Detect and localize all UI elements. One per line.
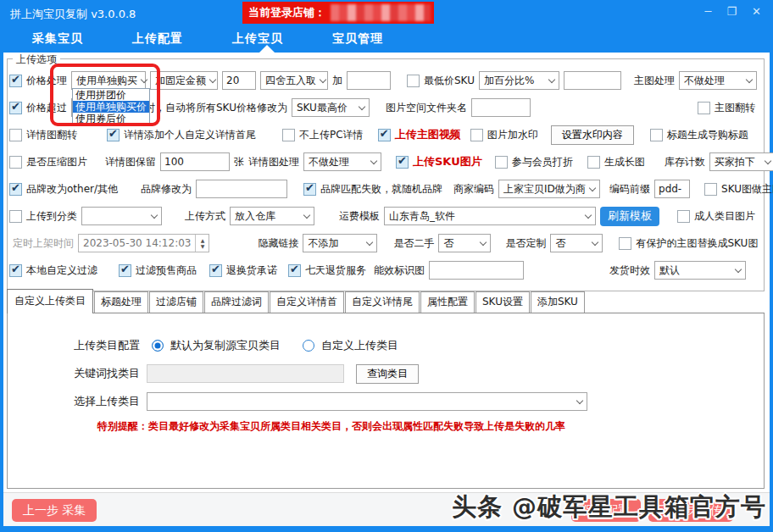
upload-category-checkbox[interactable] xyxy=(9,210,22,223)
subtab-filter-shop[interactable]: 过滤店铺 xyxy=(149,291,203,313)
subtab-custom-category[interactable]: 自定义上传类目 xyxy=(7,289,93,313)
main-pic-select[interactable]: 不做处理 xyxy=(679,71,757,90)
prev-step-button[interactable]: 上一步 采集 xyxy=(12,499,97,522)
protected-main-checkbox[interactable] xyxy=(619,237,631,250)
round-mode-select[interactable]: 四舍五入取 xyxy=(260,71,328,90)
stock-count-select[interactable]: 买家拍下 xyxy=(709,152,773,171)
delivery-select[interactable]: 默认 xyxy=(654,261,746,280)
detail-flip-checkbox[interactable] xyxy=(9,129,22,141)
refresh-template-button[interactable]: 刷新模板 xyxy=(600,207,659,226)
nav-tab-item-manage[interactable]: 宝贝管理 xyxy=(332,31,383,47)
minimize-icon[interactable]: ─ xyxy=(705,5,712,19)
freight-label: 运费模板 xyxy=(339,209,380,224)
select-category-select[interactable] xyxy=(147,392,587,411)
footer-bar: 上一步 采集 保存配置 下一步 上传 头条 @破军星工具箱官方号 xyxy=(3,492,770,526)
brand-other-label: 品牌改为other/其他 xyxy=(26,182,118,197)
chevron-down-icon xyxy=(303,211,310,218)
brand-fail-label: 品牌匹配失败，就随机品牌 xyxy=(320,182,442,197)
sku-as-main-label: SKU图做主图 xyxy=(721,182,773,197)
upload-category-select[interactable] xyxy=(81,207,162,225)
brand-modify-input[interactable] xyxy=(196,180,287,198)
local-filter-checkbox[interactable] xyxy=(9,264,22,277)
active-tab-pointer-icon xyxy=(259,45,275,53)
subtab-add-sku[interactable]: 添加SKU xyxy=(531,291,585,313)
merchant-code-label: 商家编码 xyxy=(453,182,494,197)
watermark-pic-checkbox[interactable] xyxy=(470,129,483,141)
compress-label: 是否压缩图片 xyxy=(26,155,87,169)
code-prefix-input[interactable] xyxy=(654,180,690,198)
subtab-title-process[interactable]: 标题处理 xyxy=(94,291,148,313)
detail-process-select[interactable]: 不做处理 xyxy=(303,152,381,171)
energy-input[interactable] xyxy=(429,261,524,280)
fixed-amount-input[interactable] xyxy=(222,71,256,90)
detail-custom-checkbox[interactable] xyxy=(107,129,120,141)
seven-day-label: 七天退货服务 xyxy=(305,263,366,278)
chevron-down-icon xyxy=(576,396,583,403)
compress-row: 是否压缩图片 详情图保留 张 详情图处理 不做处理 上传SKU图片 参与会员打折… xyxy=(9,152,762,172)
second-hand-select[interactable]: 否 xyxy=(438,234,491,252)
chevron-down-icon xyxy=(585,211,592,218)
subtab-detail-tail[interactable]: 自定义详情尾 xyxy=(345,291,420,313)
sku-as-main-checkbox[interactable] xyxy=(704,183,717,196)
folder-input[interactable] xyxy=(471,98,531,117)
member-discount-checkbox[interactable] xyxy=(495,156,508,169)
subtab-detail-head[interactable]: 自定义详情首 xyxy=(270,291,344,313)
radio-default-category[interactable] xyxy=(152,340,164,352)
maximize-icon[interactable]: ❐ xyxy=(726,5,737,19)
close-icon[interactable]: ✕ xyxy=(752,5,761,19)
subtab-brand-filter[interactable]: 品牌过滤词 xyxy=(204,291,269,313)
keyword-input[interactable] xyxy=(147,364,344,383)
set-watermark-button[interactable]: 设置水印内容 xyxy=(551,125,634,145)
dropdown-option-group-price[interactable]: 使用拼团价 xyxy=(73,89,149,101)
upload-way-select[interactable]: 放入仓库 xyxy=(230,207,314,225)
subtab-sku-config[interactable]: SKU设置 xyxy=(475,291,530,313)
chevron-down-icon xyxy=(151,211,158,218)
lowest-sku-checkbox[interactable] xyxy=(407,75,420,87)
group-title: 上传选项 xyxy=(13,53,60,67)
adult-category-checkbox[interactable] xyxy=(677,210,690,223)
plus-amount-input[interactable] xyxy=(347,71,391,90)
price-process-checkbox[interactable] xyxy=(9,75,22,87)
percent-value-input[interactable] xyxy=(564,71,621,90)
chevron-down-icon xyxy=(480,238,487,245)
nav-tab-upload-item[interactable]: 上传宝贝 xyxy=(232,31,283,47)
freight-select[interactable]: 山东青岛_软件 xyxy=(384,207,596,225)
flip-main-checkbox[interactable] xyxy=(698,102,710,114)
upload-video-checkbox[interactable] xyxy=(378,129,391,141)
detail-keep-input[interactable] xyxy=(160,152,230,171)
plus-label: 加 xyxy=(332,74,342,88)
no-pc-detail-checkbox[interactable] xyxy=(282,129,295,141)
seven-day-checkbox[interactable] xyxy=(288,264,301,277)
select-category-label: 选择上传类目 xyxy=(74,394,140,409)
nav-tab-upload-config[interactable]: 上传配置 xyxy=(132,31,183,47)
brand-fail-checkbox[interactable] xyxy=(303,183,316,196)
query-category-button[interactable]: 查询类目 xyxy=(356,364,419,384)
nav-tab-collect[interactable]: 采集宝贝 xyxy=(32,31,83,47)
compress-checkbox[interactable] xyxy=(9,156,22,169)
upload-sku-pic-checkbox[interactable] xyxy=(396,156,409,169)
percent-mode-select[interactable]: 加百分比% xyxy=(479,71,559,90)
price-over-checkbox[interactable] xyxy=(9,102,22,114)
spinner-icon[interactable]: ▲▼ xyxy=(195,235,209,252)
subtab-attr-config[interactable]: 属性配置 xyxy=(420,291,475,313)
title-guide-checkbox[interactable] xyxy=(650,129,663,141)
price-mode-select[interactable]: 使用单独购买 xyxy=(71,71,146,90)
sku-price-select[interactable]: SKU最高价 xyxy=(292,98,370,117)
radio-custom-category[interactable] xyxy=(303,340,314,352)
watermark-pic-label: 图片加水印 xyxy=(487,128,538,142)
chevron-down-icon xyxy=(765,157,771,163)
energy-label: 能效标识图 xyxy=(374,263,425,278)
customized-select[interactable]: 否 xyxy=(550,234,603,252)
merchant-code-select[interactable]: 上家宝贝ID做为商 xyxy=(498,180,600,198)
amount-mode-select[interactable]: 加固定金额 xyxy=(150,71,218,90)
presale-filter-checkbox[interactable] xyxy=(119,264,131,277)
dropdown-option-single-price[interactable]: 使用单独购买价 xyxy=(73,101,149,113)
brand-other-checkbox[interactable] xyxy=(9,183,22,196)
dropdown-option-coupon-price[interactable]: 使用券后价 xyxy=(73,113,149,125)
schedule-datetime-input[interactable]: 2023-05-30 14:12:03 ▲▼ xyxy=(78,234,209,252)
return-promise-checkbox[interactable] xyxy=(209,264,222,277)
long-pic-checkbox[interactable] xyxy=(587,156,600,169)
hide-link-select[interactable]: 不添加 xyxy=(303,234,377,252)
login-shop-banner: 当前登录店铺： xyxy=(242,2,434,24)
brand-row: 品牌改为other/其他 品牌修改为 品牌匹配失败，就随机品牌 商家编码 上家宝… xyxy=(9,179,762,199)
